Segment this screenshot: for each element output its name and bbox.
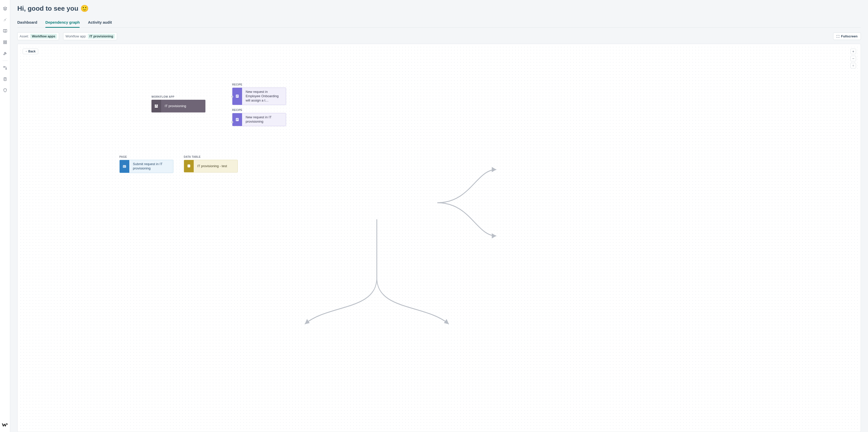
node-type-label: PAGE: [119, 156, 173, 158]
filter-workflow-app-label: Workflow app:: [65, 34, 86, 38]
fullscreen-icon: [836, 35, 839, 38]
layers-icon[interactable]: [2, 6, 8, 12]
svg-rect-2: [5, 41, 7, 42]
filter-asset-value: Workflow apps: [30, 34, 57, 39]
shield-icon[interactable]: [2, 87, 8, 93]
svg-rect-12: [155, 106, 158, 108]
fullscreen-button[interactable]: Fullscreen: [833, 33, 861, 40]
tab-dashboard[interactable]: Dashboard: [17, 18, 37, 28]
filter-asset[interactable]: Asset: Workflow apps: [17, 32, 59, 40]
settings-icon[interactable]: [2, 17, 8, 23]
svg-point-8: [7, 424, 8, 425]
node-group-workflow-app: WORKFLOW APP IT provisioning: [151, 95, 206, 112]
svg-rect-4: [4, 42, 5, 44]
page-title-emoji: 🙂: [81, 5, 89, 12]
zoom-out-button[interactable]: −: [850, 56, 856, 61]
recipe-icon: [232, 88, 242, 105]
graph-edges: [19, 45, 859, 430]
node-page[interactable]: Submit request in IT provisioning: [119, 160, 173, 173]
tabs: Dashboard Dependency graph Activity audi…: [17, 18, 861, 28]
svg-point-6: [6, 68, 7, 69]
svg-rect-22: [123, 165, 126, 166]
svg-point-9: [853, 65, 854, 66]
svg-rect-3: [5, 42, 7, 44]
filter-row: Asset: Workflow apps Workflow app: IT pr…: [17, 32, 861, 40]
svg-rect-1: [4, 41, 5, 42]
svg-point-5: [4, 66, 5, 67]
zoom-fit-button[interactable]: [850, 63, 856, 68]
node-title: IT provisioning: [161, 100, 206, 112]
svg-rect-24: [125, 166, 125, 167]
node-recipe-2[interactable]: New request in IT provisioning: [232, 113, 286, 126]
back-button[interactable]: Back: [23, 48, 38, 54]
svg-rect-10: [155, 105, 156, 106]
wrench-icon[interactable]: [2, 51, 8, 57]
node-type-label: RECIPE: [232, 83, 286, 86]
svg-marker-0: [3, 7, 7, 9]
node-recipe-1[interactable]: New request in Employee Onboarding will …: [232, 88, 286, 105]
node-group-recipe-2: RECIPE New request in IT provisioning: [232, 109, 286, 126]
chevron-left-icon: [25, 50, 27, 53]
brand-logo: [2, 422, 8, 428]
database-icon: [184, 160, 194, 172]
filter-asset-label: Asset:: [20, 34, 29, 38]
node-title: Submit request in IT provisioning: [129, 160, 173, 173]
tab-activity-audit[interactable]: Activity audit: [88, 18, 112, 28]
svg-rect-11: [157, 105, 158, 106]
node-group-recipe-1: RECIPE New request in Employee Onboardin…: [232, 83, 286, 105]
node-data-table[interactable]: IT provisioning - test: [184, 160, 238, 172]
sidebar-divider: [3, 61, 8, 61]
filter-workflow-app-value: IT provisioning: [88, 34, 115, 39]
flow-icon[interactable]: [2, 65, 8, 71]
node-title: IT provisioning - test: [194, 160, 238, 172]
status-dot-inactive: [231, 121, 233, 123]
node-workflow-app[interactable]: IT provisioning: [151, 100, 206, 112]
zoom-in-button[interactable]: +: [850, 48, 856, 54]
graph-canvas[interactable]: Back + −: [17, 44, 861, 432]
node-type-label: WORKFLOW APP: [151, 95, 206, 98]
svg-rect-23: [123, 166, 124, 167]
svg-rect-14: [237, 95, 238, 96]
left-sidebar: [0, 0, 10, 432]
grid-icon[interactable]: [2, 39, 8, 45]
workflow-app-icon: [151, 100, 161, 112]
svg-rect-16: [237, 97, 238, 97]
node-group-data-table: DATA TABLE IT provisioning - test: [184, 156, 238, 172]
book-icon[interactable]: [2, 28, 8, 34]
node-title: New request in IT provisioning: [242, 113, 286, 126]
filter-workflow-app[interactable]: Workflow app: IT provisioning: [63, 32, 117, 40]
zoom-controls: + −: [850, 48, 856, 68]
status-dot-inactive: [231, 96, 233, 98]
node-group-page: PAGE Submit request in IT provisioning: [119, 156, 173, 173]
recipe-icon: [232, 113, 242, 126]
page-icon: [120, 160, 129, 173]
node-type-label: RECIPE: [232, 109, 286, 111]
clipboard-icon[interactable]: [2, 76, 8, 82]
page-title-text: Hi, good to see you: [17, 5, 79, 12]
page-title: Hi, good to see you 🙂: [17, 5, 861, 12]
node-type-label: DATA TABLE: [184, 156, 238, 158]
tab-dependency-graph[interactable]: Dependency graph: [45, 18, 80, 28]
svg-rect-18: [237, 119, 238, 119]
node-title: New request in Employee Onboarding will …: [242, 88, 286, 105]
svg-rect-19: [237, 119, 238, 120]
